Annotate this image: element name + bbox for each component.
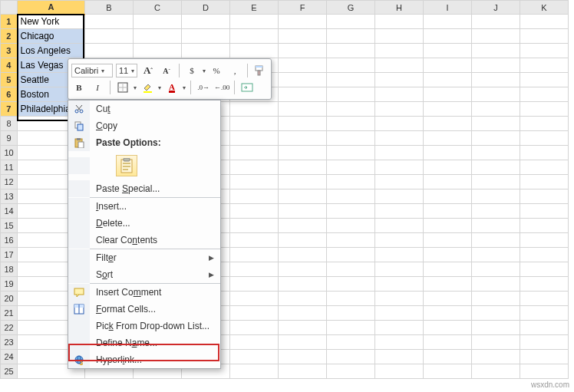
row-header-8[interactable]: 8 [1,117,18,131]
cell-I1[interactable] [424,15,472,29]
cell-F20[interactable] [279,292,327,306]
cell-K24[interactable] [520,350,569,364]
cell-F17[interactable] [279,248,327,262]
cell-F8[interactable] [279,117,327,131]
cell-G14[interactable] [327,204,375,219]
increase-decimal-button[interactable]: ←.00 [214,81,229,94]
row-header-5[interactable]: 5 [1,73,18,87]
cell-H10[interactable] [375,146,424,160]
cell-I10[interactable] [424,146,472,160]
row-header-15[interactable]: 15 [1,219,18,233]
cell-H5[interactable] [375,73,424,87]
cell-G4[interactable] [327,58,375,73]
cell-H12[interactable] [375,175,424,189]
cell-G1[interactable] [327,15,375,29]
cell-G15[interactable] [327,219,375,233]
cell-J11[interactable] [472,160,520,175]
merge-button[interactable] [239,81,255,94]
cell-I5[interactable] [424,73,472,87]
cell-H20[interactable] [375,292,424,306]
cell-G20[interactable] [327,292,375,306]
cell-K25[interactable] [520,364,569,379]
cell-K2[interactable] [520,29,569,44]
cell-G21[interactable] [327,306,375,321]
cell-K7[interactable] [520,102,569,117]
cell-F10[interactable] [279,146,327,160]
cell-C1[interactable] [134,15,182,29]
percent-button[interactable]: % [209,64,224,77]
cell-E1[interactable] [230,15,279,29]
cell-G22[interactable] [327,321,375,335]
cell-I8[interactable] [424,117,472,131]
cell-B1[interactable] [85,15,134,29]
menu-filter[interactable]: Filter▶ [68,249,220,266]
row-header-24[interactable]: 24 [1,350,18,364]
cell-E24[interactable] [230,350,279,364]
cell-G25[interactable] [327,364,375,379]
cell-I24[interactable] [424,350,472,364]
cell-F6[interactable] [279,87,327,102]
grow-font-button[interactable]: Aˆ [140,64,156,77]
cell-I22[interactable] [424,321,472,335]
cell-H1[interactable] [375,15,424,29]
cell-K17[interactable] [520,248,569,262]
cell-I21[interactable] [424,306,472,321]
cell-I18[interactable] [424,262,472,277]
font-family-select[interactable]: Calibri▾ [71,64,113,77]
cell-E20[interactable] [230,292,279,306]
cell-J10[interactable] [472,146,520,160]
cell-G7[interactable] [327,102,375,117]
cell-H13[interactable] [375,189,424,204]
cell-F19[interactable] [279,277,327,292]
cell-J4[interactable] [472,58,520,73]
cell-G9[interactable] [327,131,375,146]
menu-copy[interactable]: Copy [68,117,220,134]
row-header-22[interactable]: 22 [1,321,18,335]
row-header-25[interactable]: 25 [1,364,18,379]
menu-define-name[interactable]: Define Name... [68,334,220,351]
fill-color-button[interactable] [140,81,155,94]
cell-H25[interactable] [375,364,424,379]
cell-I11[interactable] [424,160,472,175]
cell-E7[interactable] [230,102,279,117]
cell-K9[interactable] [520,131,569,146]
cell-H17[interactable] [375,248,424,262]
cell-J22[interactable] [472,321,520,335]
cell-H3[interactable] [375,44,424,58]
row-header-23[interactable]: 23 [1,335,18,350]
cell-J21[interactable] [472,306,520,321]
cell-E3[interactable] [230,44,279,58]
cell-F2[interactable] [279,29,327,44]
cell-A3[interactable]: Los Angeles [18,44,85,58]
cell-F22[interactable] [279,321,327,335]
cell-F23[interactable] [279,335,327,350]
cell-D2[interactable] [182,29,230,44]
cell-F1[interactable] [279,15,327,29]
cell-G23[interactable] [327,335,375,350]
cell-F25[interactable] [279,364,327,379]
cell-E12[interactable] [230,175,279,189]
font-size-select[interactable]: 11▾ [116,64,137,77]
cell-I9[interactable] [424,131,472,146]
col-header-H[interactable]: H [375,1,424,15]
cell-J23[interactable] [472,335,520,350]
row-header-3[interactable]: 3 [1,44,18,58]
cell-J18[interactable] [472,262,520,277]
cell-F9[interactable] [279,131,327,146]
row-header-21[interactable]: 21 [1,306,18,321]
cell-K4[interactable] [520,58,569,73]
cell-I25[interactable] [424,364,472,379]
cell-I14[interactable] [424,204,472,219]
cell-K11[interactable] [520,160,569,175]
menu-pick-from-list[interactable]: Pick From Drop-down List... [68,318,220,334]
cell-E19[interactable] [230,277,279,292]
cell-E14[interactable] [230,204,279,219]
format-painter-button[interactable] [252,64,268,77]
cell-G5[interactable] [327,73,375,87]
cell-J2[interactable] [472,29,520,44]
menu-clear-contents[interactable]: Clear Contents [68,232,220,249]
cell-J9[interactable] [472,131,520,146]
cell-K20[interactable] [520,292,569,306]
row-header-20[interactable]: 20 [1,292,18,306]
cell-E13[interactable] [230,189,279,204]
